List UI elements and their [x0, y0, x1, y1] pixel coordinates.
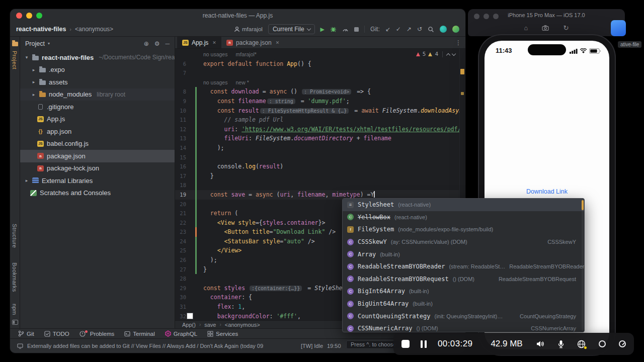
stop-button[interactable] [354, 27, 359, 32]
tool-window-layout-icon[interactable] [12, 320, 18, 325]
tab-options-icon[interactable]: ⋮ [455, 39, 461, 46]
breadcrumb-project[interactable]: react-native-files [16, 26, 66, 33]
breadcrumb-item[interactable]: <anonymous> [225, 322, 260, 328]
project-panel-title[interactable]: Project [25, 40, 45, 47]
completion-item-CSSNumericArray[interactable]: CCSSNumericArray() (DOM)CSSNumericArray [343, 322, 584, 332]
code-line-15[interactable]: 15 [175, 153, 459, 162]
web-capture-button[interactable] [577, 340, 586, 348]
tool-window-terminal[interactable]: Terminal [124, 331, 154, 337]
project-tree-item-react-native-files[interactable]: ▾react-native-files~/Documents/Code Sign… [20, 51, 175, 64]
completion-item-Array[interactable]: CArray(built-in) [343, 248, 584, 260]
code-line-7[interactable]: 7 [175, 68, 459, 78]
code-vision-row[interactable]: no usagesnew * [175, 78, 459, 87]
git-commit-button[interactable]: ✓ [396, 26, 401, 32]
locate-file-icon[interactable]: ⊕ [144, 40, 149, 47]
project-tree-item-app.json[interactable]: {}app.json [20, 125, 175, 138]
code-with-me-icon[interactable] [440, 26, 447, 33]
typing-mode-indicator[interactable]: [TW] Idle [301, 343, 323, 349]
git-update-button[interactable]: ↙ [385, 26, 390, 32]
code-line-14[interactable]: 14 ); [175, 143, 459, 153]
completion-item-CountQueuingStrategy[interactable]: CCountQueuingStrategy(init: QueuingStrat… [343, 310, 584, 322]
code-line-11[interactable]: 11 // sample pdf Url [175, 115, 459, 125]
download-link[interactable]: Download Link [485, 188, 609, 195]
code-line-8[interactable]: 8 const download = async () : Promise<vo… [175, 87, 459, 97]
project-tree-item-package.json[interactable]: npackage.json [20, 150, 175, 162]
tab-app-js[interactable]: JS App.js ✕ [177, 37, 221, 48]
completion-item-ReadableStreamBYOBReader[interactable]: CReadableStreamBYOBReader(stream: Readab… [343, 260, 584, 273]
next-issue-icon[interactable] [452, 51, 456, 55]
code-line-10[interactable]: 10 const result: FileSystemHttpResult & … [175, 106, 459, 116]
project-tree-item-babel.config.js[interactable]: JSbabel.config.js [20, 138, 175, 150]
completion-item-BigUint64Array[interactable]: CBigUint64Array(built-in) [343, 298, 584, 310]
stripe-item-project[interactable]: Project [12, 51, 18, 69]
code-line-12[interactable]: 12 uri: 'https://www.w3.org/WAI/ER/tests… [175, 125, 459, 134]
chevron-right-icon[interactable]: ▸ [31, 67, 36, 72]
prev-issue-icon[interactable] [446, 53, 450, 57]
popup-scrollbar[interactable] [582, 200, 584, 331]
tool-window-graphql[interactable]: GraphQL [165, 330, 197, 337]
code-line-9[interactable]: 9 const filename: string = 'dummy.pdf'; [175, 97, 459, 106]
microphone-button[interactable] [558, 340, 564, 348]
settings-sync-icon[interactable] [452, 26, 459, 33]
project-tree-item-assets[interactable]: ▸assets [20, 76, 175, 88]
chevron-right-icon[interactable]: ▸ [24, 178, 29, 183]
screenshot-icon[interactable] [542, 25, 549, 31]
completion-item-BigInt64Array[interactable]: CBigInt64Array(built-in) [343, 285, 584, 298]
tool-window-git[interactable]: Git [18, 330, 34, 337]
tool-window-services[interactable]: Services [207, 331, 238, 337]
stripe-mark[interactable] [461, 92, 464, 95]
speaker-button[interactable] [536, 340, 545, 347]
stripe-mark[interactable] [460, 69, 464, 74]
stripe-item-bookmarks[interactable]: Bookmarks [12, 262, 18, 292]
profiler-button[interactable] [342, 26, 349, 32]
completion-item-ReadableStreamBYOBRequest[interactable]: CReadableStreamBYOBRequest() (DOM)Readab… [343, 273, 584, 286]
completion-item-CSSSkewY[interactable]: CCSSSkewY(ay: CSSNumericValue) (DOM)CSSS… [343, 236, 584, 248]
hide-panel-icon[interactable]: ─ [165, 40, 170, 47]
status-message[interactable]: Externally added files can be added to G… [27, 343, 264, 349]
project-tree-item-.gitignore[interactable]: .gitignore [20, 101, 175, 113]
project-tree-item-App.js[interactable]: JSApp.js [20, 113, 175, 126]
rotate-icon[interactable]: ↻ [563, 24, 569, 32]
caret-position[interactable]: 19:50 [327, 343, 341, 349]
project-tree-item-package-lock.json[interactable]: npackage-lock.json [20, 162, 175, 175]
capture-area-button[interactable] [599, 340, 606, 347]
project-tree-item-node_modules[interactable]: ▸node_moduleslibrary root [20, 88, 175, 101]
home-icon[interactable]: ⌂ [524, 24, 528, 32]
completion-item-FileSystem[interactable]: fFileSystem(node_modules/expo-file-syste… [343, 223, 584, 236]
tool-window-todo[interactable]: TODO [44, 331, 69, 337]
annotate-button[interactable] [619, 340, 626, 347]
git-history-button[interactable]: ↺ [417, 26, 422, 32]
run-configuration-select[interactable]: Current File [268, 24, 315, 34]
popup-scrollbar-thumb[interactable] [582, 200, 584, 210]
close-icon[interactable]: ✕ [212, 40, 216, 45]
code-line-16[interactable]: 16 console.log(result) [175, 162, 459, 171]
stop-recording-button[interactable] [401, 340, 410, 348]
stripe-item-npm[interactable]: npm [12, 304, 18, 315]
breadcrumb-item[interactable]: save [204, 322, 216, 328]
project-tree-item-.expo[interactable]: ▸.expo [20, 64, 175, 76]
code-line-18[interactable]: 18 [175, 180, 459, 190]
color-swatch[interactable] [187, 313, 193, 319]
pause-recording-button[interactable] [421, 340, 427, 348]
gear-icon[interactable]: ⚙ [154, 40, 160, 47]
project-stripe-icon[interactable] [12, 42, 18, 46]
search-everywhere-button[interactable] [428, 26, 434, 33]
breadcrumb-item[interactable]: App() [182, 322, 196, 328]
code-line-6[interactable]: 6export default function App() { [175, 59, 459, 69]
tool-window-problems[interactable]: Problems [79, 331, 115, 337]
chevron-right-icon[interactable]: ▸ [31, 79, 36, 84]
inspections-widget[interactable]: 5 4 [416, 51, 455, 57]
tab-package-json[interactable]: n package.json ✕ [221, 37, 284, 48]
breadcrumb-anonymous[interactable]: <anonymous> [75, 26, 113, 33]
code-line-17[interactable]: 17 } [175, 171, 459, 181]
completion-item-YellowBox[interactable]: CYellowBox(react-native) [343, 211, 584, 224]
close-icon[interactable]: ✕ [276, 40, 280, 45]
project-tree-item-External Libraries[interactable]: ▸External Libraries [20, 174, 175, 187]
git-push-button[interactable]: ↗ [407, 26, 412, 32]
chevron-right-icon[interactable]: ▸ [31, 92, 36, 97]
debug-button[interactable] [330, 26, 337, 32]
chevron-down-icon[interactable]: ▾ [24, 55, 29, 60]
completion-item-StyleSheet[interactable]: ≡StyleSheet(react-native) [343, 199, 584, 211]
code-line-13[interactable]: 13 fileUri: FileSystem.documentDirectory… [175, 134, 459, 143]
project-tree-item-Scratches and Consoles[interactable]: Scratches and Consoles [20, 187, 175, 200]
